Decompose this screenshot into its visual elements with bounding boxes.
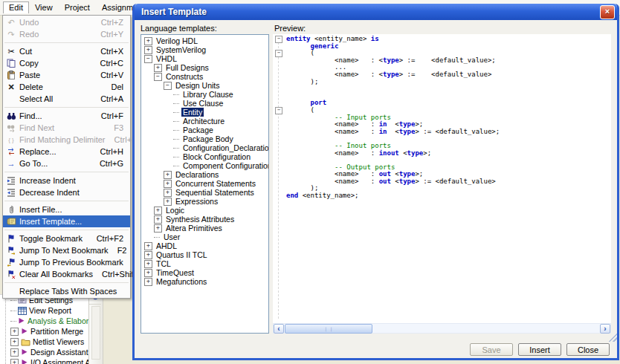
tree-item-entity[interactable]: Entity: [141, 108, 268, 117]
expander-plus-icon[interactable]: +: [144, 260, 152, 268]
menu-item-undo[interactable]: ↶UndoCtrl+Z: [3, 16, 130, 28]
insert-button[interactable]: Insert: [518, 343, 561, 356]
tree-item-configuration-declaration[interactable]: Configuration_Declaration: [141, 143, 268, 152]
menu-item-redo[interactable]: ↷RedoCtrl+Y: [3, 28, 130, 40]
tree-item-library-clause[interactable]: Library Clause: [141, 90, 268, 99]
scrollbar-thumb[interactable]: [285, 324, 372, 334]
tree-item-package-body[interactable]: Package Body: [141, 134, 268, 143]
cut-icon: ✂: [3, 46, 19, 56]
preview-pane: −entity <entity_name> is generic− ( <nam…: [273, 34, 611, 334]
menu-item-decrease-indent[interactable]: Decrease Indent: [3, 186, 130, 198]
menu-item-find-next[interactable]: Find NextF3: [3, 122, 130, 134]
expander-plus-icon[interactable]: +: [144, 278, 152, 286]
fold-collapse-icon[interactable]: −: [273, 36, 286, 43]
menu-item-jump-to-previous-bookmark[interactable]: Jump To Previous BookmarkShift+F2: [3, 256, 130, 268]
expander-plus-icon[interactable]: +: [154, 224, 162, 233]
expander-minus-icon[interactable]: −: [154, 73, 162, 81]
menu-item-go-to[interactable]: →Go To...Ctrl+G: [3, 157, 130, 169]
chevron-right-icon: ›: [604, 325, 606, 333]
menu-item-find-matching-delimiter[interactable]: { }Find Matching DelimiterCtrl+M: [3, 134, 130, 146]
expander-plus-icon[interactable]: +: [10, 328, 19, 336]
save-button[interactable]: Save: [470, 343, 513, 356]
redo-icon: ↷: [3, 29, 19, 39]
tree-item-timequest[interactable]: +TimeQuest: [141, 268, 268, 277]
tree-item-expressions[interactable]: +Expressions: [141, 197, 268, 206]
expander-plus-icon[interactable]: +: [154, 215, 162, 224]
expander-plus-icon[interactable]: +: [164, 171, 172, 179]
close-button[interactable]: ×: [600, 5, 615, 19]
expander-plus-icon[interactable]: +: [144, 269, 152, 277]
expander-plus-icon[interactable]: +: [144, 242, 152, 250]
menu-item-increase-indent[interactable]: Increase Indent: [3, 175, 130, 186]
menu-item-label: Paste: [19, 71, 91, 79]
code-line: );: [273, 79, 611, 86]
tree-item-logic[interactable]: +Logic: [141, 206, 268, 215]
tree-item-architecture[interactable]: Architecture: [141, 117, 268, 126]
menu-item-delete[interactable]: ✕DeleteDel: [3, 81, 130, 93]
menu-item-clear-all-bookmarks[interactable]: Clear All BookmarksCtrl+Shift+F2: [3, 268, 130, 280]
menu-item-toggle-bookmark[interactable]: Toggle BookmarkCtrl+F2: [3, 233, 130, 244]
expander-plus-icon[interactable]: +: [10, 338, 19, 346]
menu-separator: [3, 105, 130, 110]
menu-item-copy[interactable]: CopyCtrl+C: [3, 57, 130, 69]
tree-item-verilog-hdl[interactable]: +Verilog HDL: [141, 36, 268, 45]
expander-plus-icon[interactable]: +: [154, 207, 162, 215]
tree-item-block-configuration[interactable]: Block Configuration: [141, 152, 268, 161]
tree-item-declarations[interactable]: +Declarations: [141, 170, 268, 179]
tree-item-tcl[interactable]: +TCL: [141, 259, 268, 268]
menu-item-insert-template[interactable]: Insert Template...: [3, 215, 130, 227]
menu-item-select-all[interactable]: Select AllCtrl+A: [3, 93, 130, 105]
tree-item-use-clause[interactable]: Use Clause: [141, 99, 268, 108]
expander-plus-icon[interactable]: +: [164, 198, 172, 206]
close-dialog-button[interactable]: Close: [566, 343, 610, 356]
task-item-i-o-assignment-a[interactable]: +I/O Assignment A: [0, 357, 88, 364]
task-item-view-report[interactable]: View Report: [0, 305, 88, 316]
menubar-item-edit[interactable]: Edit: [3, 1, 29, 13]
tree-item-ahdl[interactable]: +AHDL: [141, 241, 268, 250]
tree-item-user[interactable]: User: [141, 233, 268, 241]
fold-collapse-icon[interactable]: −: [273, 107, 286, 114]
menu-item-replace-tabs-with-spaces[interactable]: Replace Tabs With Spaces: [3, 285, 130, 297]
scroll-right-button[interactable]: ›: [600, 324, 610, 334]
tree-item-package[interactable]: Package: [141, 126, 268, 134]
menu-item-jump-to-next-bookmark[interactable]: Jump To Next BookmarkF2: [3, 244, 130, 256]
tree-item-concurrent-statements[interactable]: +Concurrent Statements: [141, 179, 268, 188]
task-item-design-assistant[interactable]: +Design Assistant: [0, 347, 88, 357]
menu-item-find[interactable]: Find...Ctrl+F: [3, 110, 130, 122]
expander-plus-icon[interactable]: +: [10, 348, 19, 357]
expander-plus-icon[interactable]: +: [164, 189, 172, 197]
tree-item-synthesis-attributes[interactable]: +Synthesis Attributes: [141, 215, 268, 224]
preview-hscrollbar[interactable]: ‹ ›: [273, 323, 611, 334]
task-item-partition-merge[interactable]: +Partition Merge: [0, 326, 88, 337]
fold-margin: [273, 157, 286, 164]
expander-plus-icon[interactable]: +: [164, 180, 172, 188]
task-item-analysis-elabor[interactable]: Analysis & Elabor: [0, 316, 88, 326]
tree-item-megafunctions[interactable]: +Megafunctions: [141, 277, 268, 286]
expander-minus-icon[interactable]: −: [164, 82, 172, 90]
expander-plus-icon[interactable]: +: [144, 46, 152, 54]
tree-item-sequential-statements[interactable]: +Sequential Statements: [141, 188, 268, 197]
task-item-netlist-viewers[interactable]: +Netlist Viewers: [0, 337, 88, 347]
menu-item-replace[interactable]: Replace...Ctrl+H: [3, 146, 130, 157]
menu-item-insert-file[interactable]: Insert File...: [3, 204, 130, 215]
expander-minus-icon[interactable]: −: [144, 55, 152, 63]
tree-item-quartus-ii-tcl[interactable]: +Quartus II TCL: [141, 250, 268, 259]
dialog-titlebar[interactable]: Insert Template ×: [135, 4, 617, 20]
tree-item-constructs[interactable]: −Constructs: [141, 72, 268, 81]
expander-plus-icon[interactable]: +: [144, 37, 152, 45]
tree-item-vhdl[interactable]: −VHDL: [141, 54, 268, 63]
menubar-item-view[interactable]: View: [29, 1, 59, 13]
menu-item-cut[interactable]: ✂CutCtrl+X: [3, 45, 130, 57]
expander-plus-icon[interactable]: +: [10, 359, 19, 364]
fold-collapse-icon[interactable]: −: [273, 50, 286, 57]
tree-item-systemverilog[interactable]: +SystemVerilog: [141, 45, 268, 54]
tree-item-full-designs[interactable]: +Full Designs: [141, 63, 268, 72]
expander-plus-icon[interactable]: +: [144, 251, 152, 259]
menubar-item-project[interactable]: Project: [59, 1, 96, 13]
tree-item-component-configuration[interactable]: Component Configuration: [141, 161, 268, 170]
menu-item-paste[interactable]: PasteCtrl+V: [3, 69, 130, 81]
tree-item-design-units[interactable]: −Design Units: [141, 81, 268, 90]
tree-item-altera-primitives[interactable]: +Altera Primitives: [141, 224, 268, 233]
scroll-left-button[interactable]: ‹: [274, 324, 284, 334]
expander-plus-icon[interactable]: +: [154, 64, 162, 72]
